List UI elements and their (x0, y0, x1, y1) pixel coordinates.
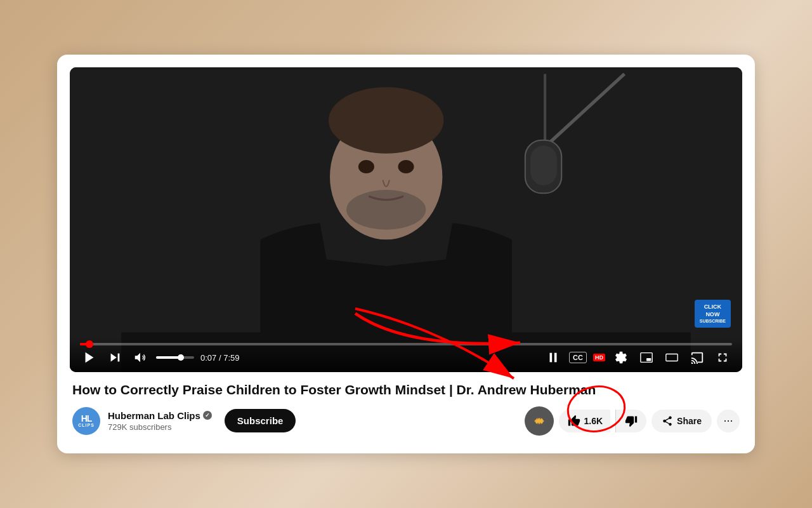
channel-info: Huberman Lab Clips ✓ 729K subscribers (108, 410, 212, 432)
svg-rect-18 (554, 353, 557, 363)
like-button[interactable]: 1.6K (559, 410, 611, 432)
hive-icon (530, 412, 548, 430)
svg-point-6 (358, 160, 374, 173)
volume-icon (133, 351, 147, 364)
volume-slider[interactable] (156, 356, 194, 359)
subscriber-count: 729K subscribers (108, 422, 212, 432)
settings-button[interactable] (612, 349, 631, 366)
video-player[interactable]: CLICK NOW SUBSCRIBE (70, 67, 742, 372)
more-options-button[interactable]: ··· (717, 410, 740, 432)
svg-rect-11 (530, 145, 557, 185)
svg-marker-14 (111, 354, 117, 362)
svg-point-5 (346, 190, 426, 230)
play-button[interactable] (80, 349, 99, 366)
video-frame (70, 67, 742, 372)
channel-name: Huberman Lab Clips ✓ (108, 410, 212, 421)
avatar-clips-text: CLIPS (78, 423, 95, 427)
verified-check: ✓ (203, 411, 212, 420)
svg-marker-13 (86, 352, 94, 363)
volume-bar (156, 356, 194, 359)
like-icon (568, 415, 580, 427)
below-video: How to Correctly Praise Children to Fost… (70, 372, 742, 440)
fullscreen-button[interactable] (713, 349, 732, 366)
channel-row: HL CLIPS Huberman Lab Clips ✓ 729K subsc… (72, 406, 740, 436)
svg-rect-20 (646, 358, 651, 361)
share-button[interactable]: Share (652, 410, 712, 432)
action-buttons: 1.6K Share ··· (525, 406, 740, 436)
next-button[interactable] (105, 349, 124, 366)
svg-rect-17 (550, 353, 553, 363)
subscribe-button[interactable]: Subscribe (225, 409, 296, 432)
dislike-button[interactable] (615, 410, 646, 432)
like-count: 1.6K (584, 416, 603, 426)
cc-button[interactable]: CC (569, 352, 587, 363)
video-card: CLICK NOW SUBSCRIBE (57, 55, 755, 453)
theater-icon (665, 351, 679, 364)
channel-avatar[interactable]: HL CLIPS (72, 407, 100, 435)
fullscreen-icon (716, 351, 730, 364)
video-title: How to Correctly Praise Children to Fost… (72, 381, 740, 398)
svg-point-4 (329, 88, 444, 154)
svg-rect-15 (118, 354, 120, 362)
svg-point-7 (398, 160, 414, 173)
hive-button[interactable] (525, 406, 554, 436)
pause-button[interactable] (544, 349, 563, 366)
volume-dot (178, 354, 184, 361)
cast-icon (690, 351, 704, 364)
subscribe-badge[interactable]: CLICK NOW SUBSCRIBE (695, 300, 731, 328)
settings-icon (614, 351, 628, 364)
svg-marker-16 (135, 353, 140, 363)
play-icon (82, 351, 96, 364)
theater-button[interactable] (662, 349, 681, 366)
miniplayer-button[interactable] (637, 349, 656, 366)
video-background: CLICK NOW SUBSCRIBE (70, 67, 742, 372)
progress-bar[interactable] (80, 343, 732, 345)
miniplayer-icon (639, 351, 653, 364)
progress-dot (86, 340, 93, 348)
avatar-hl-text: HL (81, 414, 92, 423)
video-controls: 0:07 / 7:59 CC HD (70, 338, 742, 372)
pause-icon (546, 351, 560, 364)
time-display: 0:07 / 7:59 (200, 353, 239, 363)
svg-rect-21 (666, 354, 678, 361)
cast-button[interactable] (688, 349, 707, 366)
hd-badge: HD (593, 354, 605, 361)
next-icon (108, 351, 122, 364)
dislike-icon (625, 415, 638, 427)
volume-button[interactable] (131, 349, 150, 366)
share-icon (662, 415, 673, 427)
controls-row: 0:07 / 7:59 CC HD (80, 349, 732, 366)
